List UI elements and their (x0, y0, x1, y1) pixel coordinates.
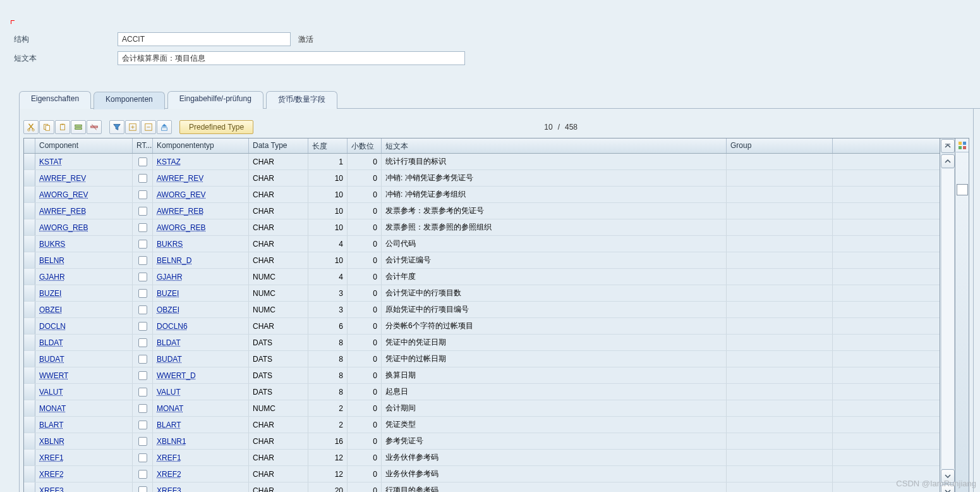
tab-currency-qty[interactable]: 货币/数量字段 (266, 91, 337, 109)
cell-rt-checkbox[interactable] (133, 400, 153, 416)
cell-rt-checkbox[interactable] (133, 252, 153, 268)
cell-rt-checkbox[interactable] (133, 483, 153, 492)
row-selector[interactable] (24, 285, 35, 301)
cell-component[interactable]: KSTAT (35, 154, 133, 169)
cell-komponententyp[interactable]: KSTAZ (153, 154, 249, 169)
row-selector[interactable] (24, 154, 35, 169)
cell-komponententyp[interactable]: BELNR_D (153, 252, 249, 268)
col-component[interactable]: Component (35, 138, 133, 153)
cell-rt-checkbox[interactable] (133, 466, 153, 482)
filter-button[interactable] (109, 120, 124, 134)
cell-component[interactable]: BUDAT (35, 351, 133, 367)
col-length[interactable]: 长度 (308, 138, 348, 153)
cell-rt-checkbox[interactable] (133, 417, 153, 433)
cell-komponententyp[interactable]: AWREF_REB (153, 203, 249, 219)
row-selector[interactable] (24, 187, 35, 202)
cell-component[interactable]: AWORG_REV (35, 187, 133, 202)
vertical-scrollbar[interactable] (940, 138, 955, 492)
cell-component[interactable]: BUZEI (35, 285, 133, 301)
cell-komponententyp[interactable]: AWREF_REV (153, 170, 249, 186)
row-selector[interactable] (24, 219, 35, 235)
paste-button[interactable] (55, 120, 70, 134)
cell-rt-checkbox[interactable] (133, 318, 153, 334)
cell-rt-checkbox[interactable] (133, 450, 153, 465)
cell-rt-checkbox[interactable] (133, 433, 153, 449)
grid-settings-button[interactable] (956, 138, 969, 152)
cell-rt-checkbox[interactable] (133, 351, 153, 367)
cell-komponententyp[interactable]: BUZEI (153, 285, 249, 301)
shorttext-input[interactable] (118, 51, 465, 65)
cell-komponententyp[interactable]: AWORG_REV (153, 187, 249, 202)
cell-component[interactable]: VALUT (35, 384, 133, 400)
cell-rt-checkbox[interactable] (133, 335, 153, 350)
cell-komponententyp[interactable]: XREF1 (153, 450, 249, 465)
tab-eigenschaften[interactable]: Eigenschaften (19, 91, 91, 109)
scroll-up-button[interactable] (941, 154, 955, 168)
row-selector[interactable] (24, 170, 35, 186)
col-group[interactable]: Group (727, 138, 833, 153)
row-selector[interactable] (24, 384, 35, 400)
row-selector[interactable] (24, 400, 35, 416)
cell-rt-checkbox[interactable] (133, 285, 153, 301)
cell-component[interactable]: BUKRS (35, 236, 133, 252)
row-selector[interactable] (24, 318, 35, 334)
row-selector[interactable] (24, 417, 35, 433)
cell-component[interactable]: AWORG_REB (35, 219, 133, 235)
cell-komponententyp[interactable]: BUKRS (153, 236, 249, 252)
cell-rt-checkbox[interactable] (133, 302, 153, 317)
cell-component[interactable]: GJAHR (35, 269, 133, 285)
cell-rt-checkbox[interactable] (133, 154, 153, 169)
scroll-track[interactable] (941, 169, 955, 469)
cell-component[interactable]: BELNR (35, 252, 133, 268)
cell-component[interactable]: OBZEI (35, 302, 133, 317)
cell-komponententyp[interactable]: MONAT (153, 400, 249, 416)
cell-komponententyp[interactable]: VALUT (153, 384, 249, 400)
tab-komponenten[interactable]: Komponenten (94, 92, 165, 109)
cell-component[interactable]: AWREF_REB (35, 203, 133, 219)
cell-rt-checkbox[interactable] (133, 187, 153, 202)
cell-komponententyp[interactable]: GJAHR (153, 269, 249, 285)
row-selector[interactable] (24, 302, 35, 317)
cell-rt-checkbox[interactable] (133, 367, 153, 383)
cell-component[interactable]: WWERT (35, 367, 133, 383)
cell-rt-checkbox[interactable] (133, 384, 153, 400)
col-rt[interactable]: RT... (133, 138, 153, 153)
row-selector[interactable] (24, 203, 35, 219)
row-selector[interactable] (24, 483, 35, 492)
row-selector[interactable] (24, 466, 35, 482)
scroll-top-button[interactable] (941, 139, 955, 153)
cell-component[interactable]: DOCLN (35, 318, 133, 334)
col-select-all[interactable] (24, 138, 35, 153)
structure-input[interactable] (118, 32, 291, 46)
expand-button[interactable] (125, 120, 140, 134)
cell-component[interactable]: XREF2 (35, 466, 133, 482)
hierarchy-button[interactable] (157, 120, 172, 134)
cell-component[interactable]: MONAT (35, 400, 133, 416)
row-selector[interactable] (24, 269, 35, 285)
row-selector[interactable] (24, 335, 35, 350)
cell-komponententyp[interactable]: WWERT_D (153, 367, 249, 383)
row-selector[interactable] (24, 450, 35, 465)
cell-komponententyp[interactable]: XBLNR1 (153, 433, 249, 449)
cell-component[interactable]: BLART (35, 417, 133, 433)
collapse-button[interactable] (141, 120, 156, 134)
col-datatype[interactable]: Data Type (249, 138, 308, 153)
cell-rt-checkbox[interactable] (133, 203, 153, 219)
row-selector[interactable] (24, 351, 35, 367)
col-decimals[interactable]: 小数位 (348, 138, 382, 153)
cell-komponententyp[interactable]: BLART (153, 417, 249, 433)
col-komponententyp[interactable]: Komponententyp (153, 138, 249, 153)
cell-komponententyp[interactable]: BLDAT (153, 335, 249, 350)
insert-row-button[interactable] (71, 120, 86, 134)
predefined-type-button[interactable]: Predefined Type (179, 120, 253, 134)
row-selector[interactable] (24, 236, 35, 252)
cell-komponententyp[interactable]: XREF3 (153, 483, 249, 492)
cell-component[interactable]: XREF1 (35, 450, 133, 465)
cell-komponententyp[interactable]: DOCLN6 (153, 318, 249, 334)
delete-row-button[interactable] (87, 120, 102, 134)
cell-komponententyp[interactable]: BUDAT (153, 351, 249, 367)
cell-komponententyp[interactable]: AWORG_REB (153, 219, 249, 235)
tab-eingabehilfe[interactable]: Eingabehilfe/-prüfung (167, 91, 263, 109)
row-selector[interactable] (24, 433, 35, 449)
cut-button[interactable] (23, 120, 39, 134)
